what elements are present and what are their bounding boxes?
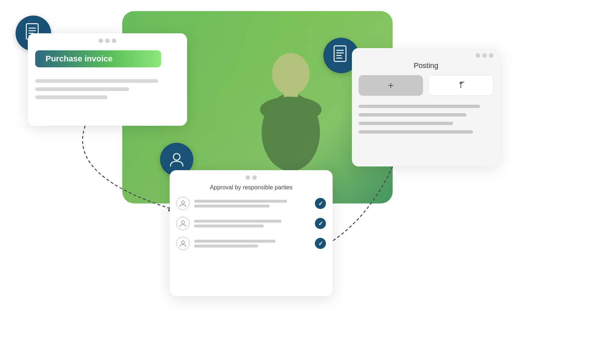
posting-line-3 — [359, 122, 453, 125]
svg-point-22 — [182, 241, 184, 244]
posting-upload-button[interactable]: ↑̅ — [428, 75, 493, 96]
approval-line-2b — [194, 225, 264, 228]
invoice-line-3 — [35, 95, 107, 99]
approval-check-2: ✓ — [315, 218, 326, 229]
approval-row: ✓ — [176, 217, 326, 230]
approval-line-1a — [194, 200, 287, 203]
person-icon — [168, 151, 185, 168]
invoice-title-bar: Purchase invoice — [28, 47, 187, 73]
approval-title: Approval by responsible parties — [170, 183, 333, 197]
window-dot-1 — [99, 38, 103, 43]
checkmark-icon-2: ✓ — [318, 220, 323, 227]
approval-line-3b — [194, 245, 258, 247]
approval-line-1b — [194, 205, 270, 208]
upload-icon: ↑̅ — [457, 81, 464, 90]
approval-avatar-2 — [176, 217, 190, 230]
svg-point-19 — [173, 154, 180, 160]
posting-add-button[interactable]: + — [359, 75, 423, 96]
approval-check-3: ✓ — [315, 238, 326, 249]
posting-document-icon — [332, 45, 350, 66]
svg-point-0 — [272, 53, 310, 95]
approval-avatar-3 — [176, 237, 190, 250]
avatar-person-icon-3 — [179, 239, 187, 247]
approval-lines-1 — [194, 200, 310, 208]
invoice-content-lines — [28, 73, 187, 109]
scene: Purchase invoice Posting + — [0, 0, 596, 364]
posting-title: Posting — [352, 61, 500, 75]
svg-point-20 — [182, 201, 184, 204]
checkmark-icon-1: ✓ — [318, 200, 323, 207]
purchase-invoice-card: Purchase invoice — [28, 33, 187, 126]
approval-lines-3 — [194, 240, 310, 247]
posting-line-1 — [359, 105, 480, 108]
approval-card: Approval by responsible parties ✓ — [170, 170, 333, 296]
window-dot-3 — [112, 38, 116, 43]
approval-line-3a — [194, 240, 276, 243]
svg-point-3 — [260, 97, 322, 122]
approval-row: ✓ — [176, 237, 326, 250]
posting-line-2 — [359, 113, 466, 117]
approval-lines-2 — [194, 220, 310, 228]
invoice-line-1 — [35, 79, 158, 83]
posting-dot-2 — [482, 53, 487, 58]
plus-icon: + — [388, 80, 394, 91]
invoice-title: Purchase invoice — [35, 50, 161, 67]
approval-dot-2 — [252, 175, 257, 180]
approval-line-2a — [194, 220, 282, 223]
approval-dot-1 — [246, 175, 250, 180]
avatar-person-icon-2 — [179, 219, 187, 228]
posting-line-4 — [359, 130, 473, 134]
approval-avatar-1 — [176, 197, 190, 210]
approval-row: ✓ — [176, 197, 326, 210]
posting-dot-1 — [476, 53, 480, 58]
approval-card-header — [170, 170, 333, 183]
posting-content-lines — [352, 102, 500, 141]
approval-check-1: ✓ — [315, 198, 326, 209]
invoice-card-header — [28, 33, 187, 47]
posting-card: Posting + ↑̅ — [352, 48, 500, 166]
posting-card-header — [352, 48, 500, 61]
checkmark-icon-3: ✓ — [318, 240, 323, 247]
posting-buttons: + ↑̅ — [352, 75, 500, 102]
svg-rect-14 — [334, 46, 346, 61]
window-dot-2 — [105, 38, 110, 43]
avatar-person-icon-1 — [179, 199, 187, 208]
posting-dot-3 — [489, 53, 493, 58]
svg-point-21 — [182, 221, 184, 224]
invoice-line-2 — [35, 87, 129, 91]
approval-rows-container: ✓ ✓ — [170, 197, 333, 250]
